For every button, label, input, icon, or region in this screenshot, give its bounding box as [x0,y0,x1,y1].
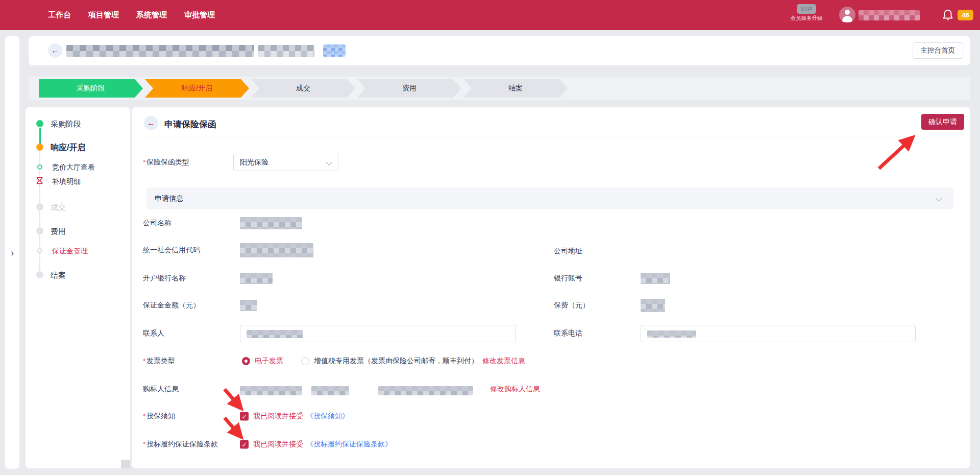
timeline-dot-deal [36,203,43,210]
redacted-credit-code [240,243,313,257]
invoice-type-label: *发票类型 [143,357,175,366]
deposit-ring-icon [37,248,42,253]
company-name-label: 公司名称 [143,219,172,228]
performance-terms-label: *投标履约保证保险条款 [143,440,218,449]
insurance-notice-label: *投保须知 [143,412,175,421]
insurance-guarantee-form: ← 申请保险保函 确认申请 *保险保函类型 阳光保险 申请信息 公司名称 统一社… [132,107,970,468]
sidebar-item-bidding-hall[interactable]: 竞价大厅查看 [52,163,95,172]
redacted-company-name [240,217,302,229]
edit-invoice-info-link[interactable]: 修改发票信息 [482,357,525,366]
redacted-project-code [258,45,314,57]
premium-label: 保费（元） [554,301,590,310]
nav-item-approval-management[interactable]: 审批管理 [184,10,215,20]
phase-step-response-open[interactable]: 响应/开启 [145,79,249,98]
redacted-phone-value [647,330,696,338]
phase-step-procurement[interactable]: 采购阶段 [39,79,143,98]
timeline-dot-fees [36,227,43,234]
stage-timeline-sidebar: 采购阶段 响应/开启 竞价大厅查看 补填明细 成交 费用 保证金管理 结案 [26,107,130,468]
timeline-connector-done [39,128,41,144]
sidebar-item-procurement[interactable]: 采购阶段 [51,120,81,129]
redacted-bank-account [641,273,670,284]
horizontal-scrollbar-thumb[interactable] [121,460,130,468]
user-avatar[interactable] [839,7,855,23]
notification-bell-icon[interactable] [941,9,954,22]
form-back-button[interactable]: ← [144,116,158,130]
sidebar-item-closing[interactable]: 结案 [51,271,66,280]
sidebar-item-fees[interactable]: 费用 [51,227,66,236]
insurance-notice-link[interactable]: 《投保须知》 [306,412,349,421]
radio-vat-invoice[interactable] [301,357,309,365]
page-header: ← 主控台首页 [29,36,970,65]
bank-name-label: 开户银行名称 [143,274,186,283]
redacted-username [859,10,920,20]
phone-input[interactable] [641,325,916,342]
guarantee-type-select[interactable]: 阳光保险 [233,154,338,171]
redacted-status-badge [323,44,346,57]
guarantee-type-label: *保险保函类型 [143,158,189,167]
company-address-label: 公司地址 [554,247,582,256]
nav-item-project-management[interactable]: 项目管理 [88,10,119,20]
phase-step-deal[interactable]: 成交 [251,79,355,98]
phase-step-fees[interactable]: 费用 [357,79,461,98]
back-arrow-icon: ← [147,118,155,128]
notification-count-badge[interactable]: 46 [958,10,973,20]
back-arrow-icon: ← [51,46,59,55]
redacted-buyer-contact [378,386,473,395]
contact-input[interactable] [240,325,516,342]
header-back-button[interactable]: ← [48,43,62,58]
notice-agree-checkbox[interactable]: ✓ [240,412,249,421]
redacted-contact-value [247,330,303,338]
check-icon: ✓ [241,413,247,420]
vip-icon: VIP [797,4,816,14]
performance-terms-link[interactable]: 《投标履约保证保险条款》 [306,440,392,449]
confirm-apply-button[interactable]: 确认申请 [921,114,964,130]
credit-code-label: 统一社会信用代码 [143,246,200,255]
redacted-deposit-amount [240,300,257,311]
timeline-dot-response [36,144,43,151]
console-home-button[interactable]: 主控台首页 [913,42,964,59]
check-icon: ✓ [241,441,247,448]
nav-item-workbench[interactable]: 工作台 [48,10,71,20]
contact-label: 联系人 [143,329,164,338]
radio-electronic-invoice[interactable] [242,357,250,365]
electronic-invoice-option-label[interactable]: 电子发票 [255,357,283,366]
notice-agree-text: 我已阅读并接受 [253,412,303,421]
section-title: 申请信息 [155,194,183,203]
application-info-section-header[interactable]: 申请信息 [146,187,953,209]
divider [138,136,964,136]
vat-invoice-option-label[interactable]: 增值税专用发票（发票由保险公司邮寄，顺丰到付） [314,357,478,366]
redacted-bank-name [240,273,273,284]
deposit-amount-label: 保证金金额（元） [143,301,200,310]
nav-item-system-management[interactable]: 系统管理 [136,10,167,20]
avatar-person-icon [845,10,850,15]
phase-progress-bar: 采购阶段 响应/开启 成交 费用 结案 [29,77,970,100]
hourglass-icon [36,177,43,184]
phone-label: 联系电话 [554,329,582,338]
chevron-down-icon [326,159,332,165]
vip-caption: 会员服务升级 [786,15,827,22]
edit-buyer-info-link[interactable]: 修改购标人信息 [490,385,540,394]
main-nav: 工作台 项目管理 系统管理 审批管理 [0,10,215,20]
redacted-premium [641,299,665,312]
terms-agree-text: 我已阅读并接受 [253,440,303,449]
phase-step-closing[interactable]: 结案 [463,79,568,98]
section-collapse-icon[interactable] [936,195,942,202]
page-title: 申请保险保函 [164,118,216,130]
vip-upgrade[interactable]: VIP 会员服务升级 [786,4,827,22]
redacted-project-title [66,45,254,57]
collapsed-side-drawer: › [5,36,19,469]
buyer-info-label: 购标人信息 [143,385,179,394]
terms-agree-checkbox[interactable]: ✓ [240,440,249,449]
drawer-expand-icon[interactable]: › [7,246,17,259]
sidebar-item-response-open[interactable]: 响应/开启 [51,142,85,153]
redacted-buyer-name [240,386,302,395]
sidebar-item-deal[interactable]: 成交 [51,203,66,212]
timeline-dot-procurement [36,120,43,127]
bank-account-label: 银行账号 [554,274,582,283]
timeline-dot-closing [36,271,43,278]
sidebar-item-fill-details[interactable]: 补填明细 [52,177,81,186]
redacted-buyer-id [311,386,349,395]
top-navigation-bar: 工作台 项目管理 系统管理 审批管理 VIP 会员服务升级 46 [0,0,980,30]
sidebar-item-deposit-management[interactable]: 保证金管理 [52,247,88,256]
bidding-hall-ring-icon [37,164,42,170]
